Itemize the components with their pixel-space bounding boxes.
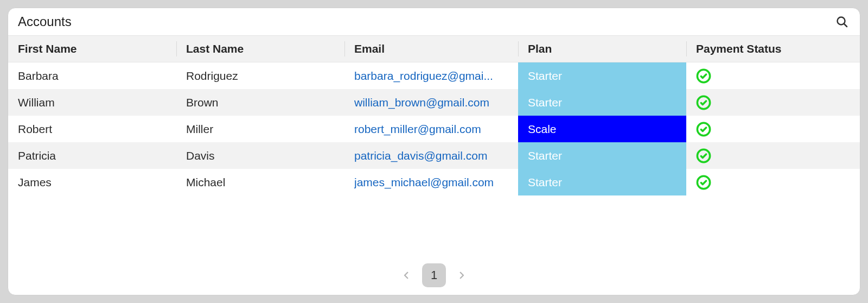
search-button[interactable] xyxy=(834,14,850,30)
table-row[interactable]: William Brown william_brown@gmail.com St… xyxy=(8,89,860,116)
check-circle-icon xyxy=(696,95,711,110)
pagination: 1 xyxy=(8,256,860,295)
email-link[interactable]: patricia_davis@gmail.com xyxy=(354,149,487,162)
panel-title: Accounts xyxy=(18,14,72,29)
table-row[interactable]: James Michael james_michael@gmail.com St… xyxy=(8,169,860,195)
check-circle-icon xyxy=(696,175,711,190)
column-header-first-name[interactable]: First Name xyxy=(8,36,176,62)
cell-first-name: Patricia xyxy=(8,142,176,169)
cell-email: robert_miller@gmail.com xyxy=(344,116,518,142)
check-circle-icon xyxy=(696,122,711,137)
check-circle-icon xyxy=(696,148,711,163)
table-body: Barbara Rodriguez barbara_rodriguez@gmai… xyxy=(8,62,860,256)
table-row[interactable]: Patricia Davis patricia_davis@gmail.com … xyxy=(8,142,860,169)
cell-first-name: William xyxy=(8,89,176,116)
cell-plan: Starter xyxy=(518,169,686,195)
email-link[interactable]: robert_miller@gmail.com xyxy=(354,123,481,136)
email-link[interactable]: barbara_rodriguez@gmai... xyxy=(354,70,493,83)
cell-plan: Scale xyxy=(518,116,686,142)
column-header-payment-status[interactable]: Payment Status xyxy=(686,36,860,62)
cell-payment-status xyxy=(686,62,860,89)
column-header-last-name[interactable]: Last Name xyxy=(176,36,344,62)
table-header: First Name Last Name Email Plan Payment … xyxy=(8,36,860,62)
cell-email: james_michael@gmail.com xyxy=(344,169,518,195)
search-icon xyxy=(835,15,848,28)
email-link[interactable]: william_brown@gmail.com xyxy=(354,96,489,109)
cell-payment-status xyxy=(686,142,860,169)
pager-next-button[interactable] xyxy=(452,266,471,285)
cell-plan: Starter xyxy=(518,62,686,89)
cell-email: patricia_davis@gmail.com xyxy=(344,142,518,169)
cell-last-name: Brown xyxy=(176,89,344,116)
cell-last-name: Davis xyxy=(176,142,344,169)
cell-first-name: Robert xyxy=(8,116,176,142)
cell-first-name: James xyxy=(8,169,176,195)
panel-header: Accounts xyxy=(8,8,860,36)
cell-last-name: Rodriguez xyxy=(176,62,344,89)
cell-plan: Starter xyxy=(518,142,686,169)
email-link[interactable]: james_michael@gmail.com xyxy=(354,176,494,189)
cell-plan: Starter xyxy=(518,89,686,116)
column-header-plan[interactable]: Plan xyxy=(518,36,686,62)
cell-first-name: Barbara xyxy=(8,62,176,89)
accounts-panel: Accounts First Name Last Name Email Plan… xyxy=(8,8,860,295)
cell-email: william_brown@gmail.com xyxy=(344,89,518,116)
pager-prev-button[interactable] xyxy=(397,266,416,285)
table-row[interactable]: Barbara Rodriguez barbara_rodriguez@gmai… xyxy=(8,62,860,89)
check-circle-icon xyxy=(696,68,711,84)
svg-line-1 xyxy=(844,24,847,27)
column-header-email[interactable]: Email xyxy=(344,36,518,62)
cell-payment-status xyxy=(686,89,860,116)
chevron-right-icon xyxy=(457,270,467,280)
cell-email: barbara_rodriguez@gmai... xyxy=(344,62,518,89)
table-row[interactable]: Robert Miller robert_miller@gmail.com Sc… xyxy=(8,116,860,142)
cell-last-name: Michael xyxy=(176,169,344,195)
cell-payment-status xyxy=(686,116,860,142)
cell-last-name: Miller xyxy=(176,116,344,142)
chevron-left-icon xyxy=(401,270,411,280)
cell-payment-status xyxy=(686,169,860,195)
pager-page-current[interactable]: 1 xyxy=(422,263,446,287)
